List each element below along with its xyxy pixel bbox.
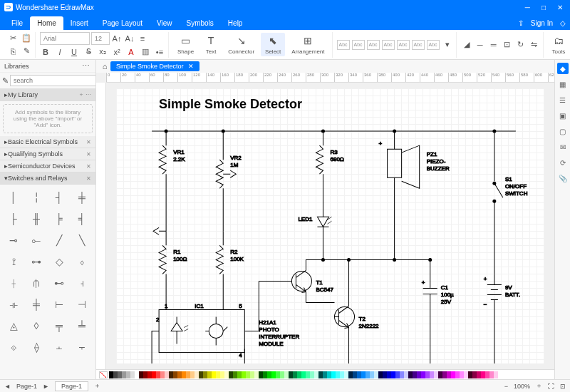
symbol-item[interactable]: ⊶ <box>26 252 47 272</box>
text-button[interactable]: TText <box>200 33 222 56</box>
search-input[interactable] <box>10 75 96 86</box>
page-nav-prev-icon[interactable]: ◄ <box>4 383 11 390</box>
share-icon[interactable]: ⇪ <box>518 19 524 27</box>
color-swatch[interactable] <box>494 371 498 378</box>
copy-icon[interactable]: ⎘ <box>7 46 19 57</box>
page-nav-next-icon[interactable]: ► <box>43 383 49 390</box>
paste-icon[interactable]: 📋 <box>21 33 32 44</box>
home-tab-icon[interactable]: ⌂ <box>99 61 110 72</box>
no-color-swatch[interactable] <box>99 371 108 378</box>
zoom-out-icon[interactable]: − <box>504 383 508 390</box>
symbol-item[interactable]: ╱ <box>48 230 70 250</box>
close-tab-icon[interactable]: ✕ <box>188 63 194 70</box>
page-icon[interactable]: ▢ <box>557 125 569 137</box>
symbol-item[interactable]: ⟛ <box>3 294 24 314</box>
menu-pagelayout[interactable]: Page Layout <box>95 16 150 30</box>
symbol-item[interactable]: ╧ <box>71 316 93 336</box>
flip-icon[interactable]: ⇋ <box>529 39 540 51</box>
attach-icon[interactable]: 📎 <box>557 172 569 184</box>
layers-icon[interactable]: ▦ <box>557 78 569 90</box>
italic-icon[interactable]: I <box>54 46 66 58</box>
cat-mylibrary[interactable]: ▸ My Library＋ ⋯ <box>0 88 95 101</box>
image-icon[interactable]: ▣ <box>557 110 569 121</box>
symbol-item[interactable]: ╪ <box>26 294 47 314</box>
minimize-icon[interactable]: ─ <box>522 4 533 11</box>
menu-view[interactable]: View <box>150 16 180 30</box>
props-icon[interactable]: ☰ <box>557 94 569 105</box>
signin-link[interactable]: Sign In <box>531 19 553 27</box>
canvas[interactable]: Simple Smoke Detector VR12.2K R1100Ω <box>116 88 544 363</box>
symbol-item[interactable]: ⫛ <box>26 273 47 293</box>
symbol-item[interactable]: ⫠ <box>48 337 70 357</box>
bullets-icon[interactable]: •≡ <box>154 46 165 58</box>
symbol-item[interactable]: ╞ <box>48 209 70 229</box>
style-swatch[interactable]: Abc <box>427 40 440 50</box>
style-swatch[interactable]: Abc <box>397 40 410 50</box>
cut-icon[interactable]: ✂ <box>7 33 19 44</box>
symbol-item[interactable]: ⊣ <box>71 294 93 314</box>
line-icon[interactable]: ─ <box>475 39 486 51</box>
page-tab[interactable]: Page-1 <box>55 381 88 391</box>
font-select[interactable]: Arial <box>40 32 90 45</box>
symbol-item[interactable]: ⟜ <box>26 230 47 250</box>
symbol-item[interactable]: ╲ <box>71 230 93 250</box>
history-icon[interactable]: ⟳ <box>557 157 569 168</box>
symbol-item[interactable]: │ <box>3 187 24 207</box>
symbol-item[interactable]: ⫟ <box>71 337 93 357</box>
symbol-item[interactable]: ⟟ <box>3 252 24 272</box>
style-swatch[interactable]: Abc <box>352 40 365 50</box>
collapse-ribbon-icon[interactable]: ◇ <box>560 19 566 27</box>
symbol-item[interactable]: ◬ <box>3 316 24 336</box>
cat-item[interactable]: ▸ Semiconductor Devices✕ <box>0 160 95 172</box>
symbol-item[interactable]: ╎ <box>26 187 47 207</box>
fill-icon[interactable]: ◢ <box>461 39 472 51</box>
symbol-item[interactable]: ⬨ <box>71 252 93 272</box>
symbol-item[interactable]: ╫ <box>26 209 47 229</box>
symbol-item[interactable]: ├ <box>3 209 24 229</box>
pen-icon[interactable]: ✎ <box>2 75 9 86</box>
cat-item[interactable]: ▸ Basic Electrical Symbols✕ <box>0 136 95 148</box>
symbol-item[interactable]: ⟊ <box>3 273 24 293</box>
group-icon[interactable]: ⊡ <box>502 39 513 51</box>
symbol-item[interactable]: ⊢ <box>48 294 70 314</box>
grow-font-icon[interactable]: A↑ <box>111 33 123 44</box>
symbol-item[interactable]: ╪ <box>71 187 93 207</box>
connector-button[interactable]: ↘Connector <box>224 33 259 56</box>
arrangement-button[interactable]: ⊞Arrangement <box>287 33 328 56</box>
symbol-item[interactable]: ⊸ <box>3 230 24 250</box>
comment-icon[interactable]: ✉ <box>557 141 569 153</box>
strike-icon[interactable]: S̶ <box>83 46 94 58</box>
fit-icon[interactable]: ⛶ <box>548 383 554 390</box>
style-swatch[interactable]: Abc <box>367 40 380 50</box>
style-swatch[interactable]: Abc <box>382 40 395 50</box>
symbol-item[interactable]: ◇ <box>48 252 70 272</box>
theme-icon[interactable]: ◆ <box>557 63 569 74</box>
style-more-icon[interactable]: ▾ <box>442 39 453 51</box>
symbol-item[interactable]: ◊ <box>26 316 47 336</box>
symbol-item[interactable]: ╤ <box>48 316 70 336</box>
underline-icon[interactable]: U <box>68 46 80 58</box>
symbol-item[interactable]: ⟠ <box>26 337 47 357</box>
select-button[interactable]: ⬉Select <box>261 33 285 56</box>
symbol-item[interactable]: ⊷ <box>48 273 70 293</box>
tools-button[interactable]: 🗂Tools <box>548 33 570 56</box>
fullscreen-icon[interactable]: ⊡ <box>560 383 566 390</box>
rotate-icon[interactable]: ↻ <box>515 39 527 51</box>
symbol-item[interactable]: ┤ <box>48 187 70 207</box>
format-painter-icon[interactable]: ✎ <box>21 46 32 57</box>
library-menu-icon[interactable]: ⋯ <box>80 61 91 72</box>
symbol-item[interactable]: ⟐ <box>3 337 24 357</box>
document-tab[interactable]: Simple Smoke Detector✕ <box>110 61 200 71</box>
sub-icon[interactable]: x₂ <box>97 46 108 58</box>
style-swatch[interactable]: Abc <box>412 40 425 50</box>
shrink-font-icon[interactable]: A↓ <box>124 33 135 44</box>
add-page-icon[interactable]: ＋ <box>94 381 100 391</box>
maximize-icon[interactable]: □ <box>539 4 549 11</box>
menu-symbols[interactable]: Symbols <box>180 16 221 30</box>
shape-button[interactable]: ▭Shape <box>173 33 198 56</box>
symbol-item[interactable]: ╡ <box>71 209 93 229</box>
menu-insert[interactable]: Insert <box>63 16 95 30</box>
zoom-in-icon[interactable]: ＋ <box>536 381 542 391</box>
style-swatch[interactable]: Abc <box>337 40 350 50</box>
align-icon[interactable]: ≡ <box>137 33 148 44</box>
